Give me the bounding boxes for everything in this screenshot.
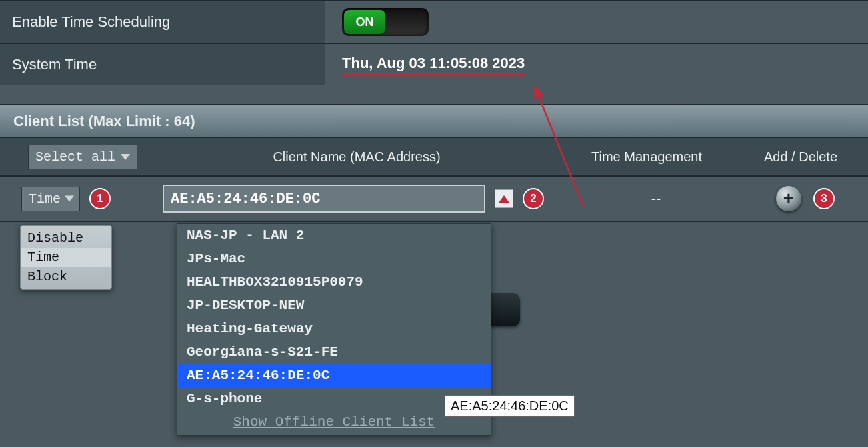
cell-mode: Time 1 <box>0 187 163 211</box>
select-all-label: Select all <box>35 149 115 165</box>
cell-time-management: -- <box>569 190 743 207</box>
column-header-row: Select all Client Name (MAC Address) Tim… <box>0 138 868 177</box>
show-offline-link[interactable]: Show Offline Client List <box>177 410 491 435</box>
client-option[interactable]: NAS-JP - LAN 2 <box>177 224 491 247</box>
dropdown-toggle-button[interactable] <box>495 189 513 208</box>
select-all-button[interactable]: Select all <box>28 145 137 169</box>
row-system-time: System Time Thu, Aug 03 11:05:08 2023 <box>0 43 868 85</box>
tooltip-mac: AE:A5:24:46:DE:0C <box>445 395 575 417</box>
annotation-badge-2: 2 <box>523 188 544 209</box>
client-option[interactable]: Georgiana-s-S21-FE <box>177 340 491 364</box>
client-combobox: 2 <box>163 185 569 213</box>
triangle-up-icon <box>499 195 509 203</box>
mode-dropdown: DisableTimeBlock <box>20 225 112 290</box>
client-option[interactable]: HEALTHBOX3210915P0079 <box>177 270 491 294</box>
cell-add-delete: + 3 <box>743 186 868 211</box>
mode-option[interactable]: Time <box>21 248 111 267</box>
col-time-management: Time Management <box>560 138 733 175</box>
cell-client: 2 <box>163 185 569 213</box>
client-option[interactable]: JP-DESKTOP-NEW <box>177 294 491 317</box>
annotation-badge-1: 1 <box>89 188 111 209</box>
chevron-down-icon <box>121 154 130 160</box>
annotation-badge-3: 3 <box>813 188 835 209</box>
add-button[interactable]: + <box>776 186 801 211</box>
label-system-time: System Time <box>0 44 325 85</box>
client-option[interactable]: G-s-phone <box>177 387 491 410</box>
client-option[interactable]: Heating-Gateway <box>177 317 491 340</box>
col-add-delete: Add / Delete <box>733 138 868 175</box>
section-header-client-list: Client List (Max Limit : 64) <box>0 104 868 138</box>
client-option[interactable]: JPs-Mac <box>177 247 491 270</box>
toggle-on-indicator: ON <box>344 10 385 34</box>
client-mac-input[interactable] <box>163 185 485 213</box>
chevron-down-icon <box>65 196 74 202</box>
mode-option[interactable]: Block <box>21 267 111 286</box>
col-select-all: Select all <box>0 138 153 175</box>
toggle-enable-scheduling[interactable]: ON <box>342 8 429 36</box>
client-row: Time 1 2 -- + 3 <box>0 177 868 222</box>
time-management-value: -- <box>651 190 661 207</box>
mode-option[interactable]: Disable <box>21 228 111 248</box>
client-option[interactable]: AE:A5:24:46:DE:0C <box>177 364 491 387</box>
value-enable-scheduling: ON <box>325 1 868 43</box>
value-system-time: Thu, Aug 03 11:05:08 2023 <box>325 44 868 85</box>
mode-select-value: Time <box>29 191 61 207</box>
col-client-name: Client Name (MAC Address) <box>153 138 560 175</box>
row-enable-scheduling: Enable Time Scheduling ON <box>0 0 868 43</box>
system-time-text: Thu, Aug 03 11:05:08 2023 <box>342 55 525 75</box>
spacer <box>0 85 868 104</box>
mode-select[interactable]: Time <box>21 187 80 211</box>
label-enable-scheduling: Enable Time Scheduling <box>0 1 325 43</box>
plus-icon: + <box>783 189 794 208</box>
